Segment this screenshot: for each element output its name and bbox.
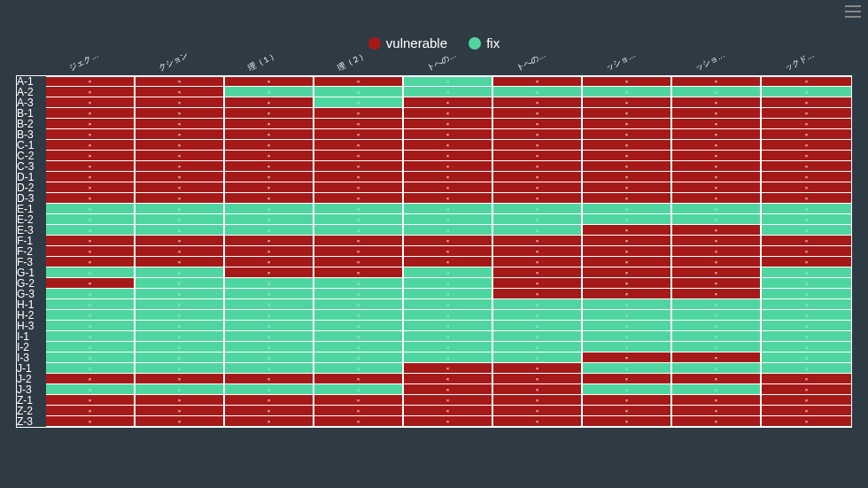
heatmap-cell[interactable]: ○ bbox=[583, 214, 672, 225]
heatmap-cell[interactable]: × bbox=[46, 406, 136, 416]
heatmap-cell[interactable]: ○ bbox=[762, 225, 851, 236]
heatmap-cell[interactable]: × bbox=[672, 119, 762, 129]
heatmap-cell[interactable]: × bbox=[583, 108, 672, 119]
heatmap-cell[interactable]: × bbox=[583, 236, 672, 246]
heatmap-cell[interactable]: × bbox=[762, 406, 851, 416]
heatmap-cell[interactable]: × bbox=[493, 406, 583, 416]
heatmap-cell[interactable]: ○ bbox=[225, 299, 314, 310]
heatmap-cell[interactable]: ○ bbox=[404, 310, 493, 321]
heatmap-cell[interactable]: ○ bbox=[314, 225, 404, 236]
heatmap-cell[interactable]: ○ bbox=[225, 352, 314, 363]
heatmap-cell[interactable]: ○ bbox=[404, 299, 493, 310]
heatmap-cell[interactable]: ○ bbox=[46, 363, 136, 374]
heatmap-cell[interactable]: × bbox=[136, 87, 225, 97]
heatmap-cell[interactable]: × bbox=[314, 193, 404, 204]
heatmap-cell[interactable]: × bbox=[225, 151, 314, 161]
heatmap-cell[interactable]: × bbox=[46, 374, 136, 384]
heatmap-cell[interactable]: × bbox=[46, 278, 136, 289]
heatmap-cell[interactable]: ○ bbox=[225, 278, 314, 289]
heatmap-cell[interactable]: × bbox=[583, 140, 672, 151]
heatmap-cell[interactable]: × bbox=[136, 395, 225, 406]
heatmap-cell[interactable]: × bbox=[136, 119, 225, 129]
heatmap-cell[interactable]: ○ bbox=[583, 363, 672, 374]
heatmap-cell[interactable]: × bbox=[583, 151, 672, 161]
heatmap-cell[interactable]: × bbox=[46, 140, 136, 151]
heatmap-cell[interactable]: × bbox=[46, 87, 136, 97]
heatmap-cell[interactable]: × bbox=[493, 257, 583, 267]
heatmap-cell[interactable]: × bbox=[762, 236, 851, 246]
heatmap-cell[interactable]: × bbox=[404, 406, 493, 416]
heatmap-cell[interactable]: × bbox=[762, 257, 851, 267]
heatmap-cell[interactable]: ○ bbox=[225, 204, 314, 214]
heatmap-cell[interactable]: × bbox=[583, 406, 672, 416]
heatmap-cell[interactable]: × bbox=[404, 363, 493, 374]
heatmap-cell[interactable]: ○ bbox=[493, 310, 583, 321]
heatmap-cell[interactable]: × bbox=[136, 151, 225, 161]
heatmap-cell[interactable]: × bbox=[583, 416, 672, 427]
heatmap-cell[interactable]: × bbox=[583, 289, 672, 299]
heatmap-cell[interactable]: × bbox=[136, 193, 225, 204]
heatmap-cell[interactable]: × bbox=[404, 193, 493, 204]
heatmap-cell[interactable]: × bbox=[672, 352, 762, 363]
heatmap-cell[interactable]: × bbox=[314, 182, 404, 193]
heatmap-cell[interactable]: × bbox=[583, 97, 672, 108]
heatmap-cell[interactable]: × bbox=[314, 119, 404, 129]
heatmap-cell[interactable]: ○ bbox=[583, 310, 672, 321]
heatmap-cell[interactable]: ○ bbox=[314, 363, 404, 374]
heatmap-cell[interactable]: ○ bbox=[493, 321, 583, 331]
heatmap-cell[interactable]: × bbox=[404, 384, 493, 395]
heatmap-cell[interactable]: ○ bbox=[493, 352, 583, 363]
heatmap-cell[interactable]: ○ bbox=[46, 267, 136, 278]
heatmap-cell[interactable]: × bbox=[225, 161, 314, 172]
heatmap-cell[interactable]: ○ bbox=[404, 267, 493, 278]
heatmap-cell[interactable]: × bbox=[46, 257, 136, 267]
heatmap-cell[interactable]: × bbox=[493, 161, 583, 172]
heatmap-cell[interactable]: ○ bbox=[136, 289, 225, 299]
heatmap-cell[interactable]: × bbox=[225, 267, 314, 278]
heatmap-cell[interactable]: × bbox=[404, 172, 493, 182]
heatmap-cell[interactable]: ○ bbox=[225, 342, 314, 352]
heatmap-cell[interactable]: ○ bbox=[136, 384, 225, 395]
heatmap-cell[interactable]: × bbox=[46, 119, 136, 129]
heatmap-cell[interactable]: × bbox=[46, 161, 136, 172]
heatmap-cell[interactable]: ○ bbox=[314, 214, 404, 225]
heatmap-cell[interactable]: ○ bbox=[314, 87, 404, 97]
heatmap-cell[interactable]: ○ bbox=[493, 214, 583, 225]
heatmap-cell[interactable]: × bbox=[314, 161, 404, 172]
heatmap-cell[interactable]: ○ bbox=[404, 76, 493, 87]
heatmap-cell[interactable]: ○ bbox=[314, 278, 404, 289]
heatmap-cell[interactable]: × bbox=[314, 246, 404, 257]
heatmap-cell[interactable]: × bbox=[583, 395, 672, 406]
heatmap-cell[interactable]: ○ bbox=[136, 225, 225, 236]
heatmap-cell[interactable]: ○ bbox=[136, 331, 225, 342]
heatmap-cell[interactable]: × bbox=[404, 119, 493, 129]
heatmap-cell[interactable]: ○ bbox=[672, 321, 762, 331]
heatmap-cell[interactable]: × bbox=[46, 193, 136, 204]
heatmap-cell[interactable]: × bbox=[493, 395, 583, 406]
heatmap-cell[interactable]: × bbox=[314, 374, 404, 384]
heatmap-cell[interactable]: ○ bbox=[314, 299, 404, 310]
heatmap-cell[interactable]: ○ bbox=[762, 204, 851, 214]
heatmap-cell[interactable]: × bbox=[225, 406, 314, 416]
heatmap-cell[interactable]: ○ bbox=[46, 204, 136, 214]
heatmap-cell[interactable]: × bbox=[493, 246, 583, 257]
heatmap-cell[interactable]: ○ bbox=[136, 321, 225, 331]
heatmap-cell[interactable]: ○ bbox=[493, 225, 583, 236]
heatmap-cell[interactable]: × bbox=[46, 395, 136, 406]
heatmap-cell[interactable]: ○ bbox=[493, 342, 583, 352]
heatmap-cell[interactable]: ○ bbox=[225, 289, 314, 299]
heatmap-cell[interactable]: ○ bbox=[314, 342, 404, 352]
heatmap-cell[interactable]: × bbox=[672, 406, 762, 416]
heatmap-cell[interactable]: × bbox=[314, 129, 404, 140]
heatmap-cell[interactable]: ○ bbox=[136, 267, 225, 278]
heatmap-cell[interactable]: × bbox=[225, 129, 314, 140]
heatmap-cell[interactable]: × bbox=[762, 97, 851, 108]
heatmap-cell[interactable]: × bbox=[136, 161, 225, 172]
heatmap-cell[interactable]: ○ bbox=[404, 204, 493, 214]
heatmap-cell[interactable]: × bbox=[136, 236, 225, 246]
heatmap-cell[interactable]: × bbox=[762, 129, 851, 140]
heatmap-cell[interactable]: × bbox=[672, 129, 762, 140]
heatmap-cell[interactable]: ○ bbox=[762, 321, 851, 331]
heatmap-cell[interactable]: ○ bbox=[225, 214, 314, 225]
heatmap-cell[interactable]: ○ bbox=[136, 352, 225, 363]
